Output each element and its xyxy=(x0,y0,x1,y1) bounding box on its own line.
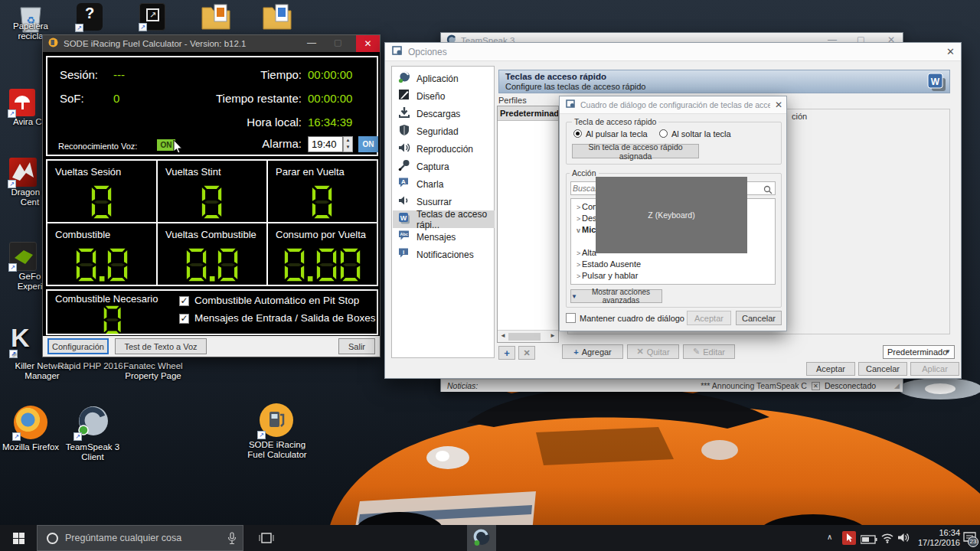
profile-item[interactable]: Predeterminado xyxy=(498,106,558,121)
sidebar-item-descargas[interactable]: Descargas xyxy=(393,105,495,122)
sidebar-item-teclas[interactable]: W Teclas de acceso rápi... xyxy=(393,210,495,228)
wifi-icon[interactable] xyxy=(880,532,894,546)
cell-label: Consumo por Vuelta xyxy=(276,229,366,240)
close-icon[interactable]: ✕ xyxy=(946,46,955,57)
tree-item[interactable]: vMic xyxy=(571,225,596,234)
cancelar-button[interactable]: Cancelar xyxy=(858,362,907,376)
battery-icon[interactable] xyxy=(861,533,877,547)
scroll-right-icon[interactable]: ► xyxy=(550,332,556,339)
hotkey-cancelar-button[interactable]: Cancelar xyxy=(736,311,782,325)
auto-fuel-checkbox[interactable]: ✓ xyxy=(179,296,189,306)
folder-doc-icon-2[interactable] xyxy=(262,2,292,31)
radio-on-release[interactable] xyxy=(659,129,668,138)
svg-text:Abc: Abc xyxy=(400,232,408,236)
tree-item[interactable]: >Con xyxy=(571,202,597,211)
salir-button[interactable]: Salir xyxy=(338,338,375,354)
close-icon[interactable]: ✕ xyxy=(356,35,380,52)
restante-label: Tiempo restante: xyxy=(162,92,302,105)
scroll-thumb[interactable] xyxy=(508,333,541,341)
close-icon[interactable]: ✕ xyxy=(775,99,782,110)
sidebar-item-mensajes[interactable]: Abc Mensajes xyxy=(393,228,495,246)
perfiles-label: Perfiles xyxy=(498,96,527,105)
quitar-button[interactable]: ✕Quitar xyxy=(627,344,679,359)
shortcut-arrow-icon: ↗ xyxy=(257,431,266,439)
sidebar-item-aplicacion[interactable]: Aplicación xyxy=(393,70,495,87)
tray-chevron-icon[interactable]: ∧ xyxy=(827,533,832,541)
tree-item[interactable]: >Alta xyxy=(571,248,596,257)
taskbar: Pregúntame cualquier cosa e S ∧ 16:34 17… xyxy=(0,525,980,551)
test-voz-button[interactable]: Test de Texto a Voz xyxy=(115,338,207,354)
maximize-icon[interactable]: ▢ xyxy=(334,37,341,47)
cell-value-display xyxy=(268,245,377,282)
sode-desktop-icon[interactable]: ↗ xyxy=(259,403,294,438)
start-button[interactable] xyxy=(0,525,37,551)
tray-clock[interactable]: 16:34 17/12/2016 xyxy=(913,528,960,548)
task-view-button[interactable] xyxy=(251,525,282,551)
firefox-desktop-icon[interactable]: ↗ xyxy=(14,406,47,439)
cortana-search-box[interactable]: Pregúntame cualquier cosa xyxy=(37,525,243,551)
microphone-icon xyxy=(398,159,410,174)
fuel-button-strip: Configuración Test de Texto a Voz Salir xyxy=(43,336,380,357)
geforce-experience-icon[interactable]: ↗ xyxy=(9,242,37,271)
teamspeak-desktop-icon[interactable]: ↗ xyxy=(75,404,110,439)
help-app-icon[interactable]: ? ↗ xyxy=(77,3,103,31)
configuracion-button[interactable]: Configuración xyxy=(47,338,109,354)
horizontal-scrollbar[interactable]: ◄ ► xyxy=(498,330,558,342)
fuel-titlebar[interactable]: SODE iRacing Fuel Calculator - Version: … xyxy=(43,35,380,52)
sidebar-item-diseno[interactable]: Diseño xyxy=(393,87,495,105)
tray-red-cursor-icon[interactable] xyxy=(842,531,856,545)
sidebar-item-seguridad[interactable]: Seguridad xyxy=(393,122,495,140)
keep-open-checkbox[interactable] xyxy=(566,313,576,323)
sesion-value: --- xyxy=(113,68,125,81)
opciones-titlebar[interactable]: Opciones ✕ xyxy=(385,43,961,61)
profiles-list[interactable]: Predeterminado ◄ ► xyxy=(497,106,559,343)
agregar-button[interactable]: +Agregar xyxy=(562,344,623,359)
alarma-spinner[interactable]: ▲▼ xyxy=(343,136,353,152)
tree-item[interactable]: >Des xyxy=(571,214,597,223)
taskbar-teamspeak-button[interactable] xyxy=(467,525,496,551)
header-title: Teclas de acceso rápido xyxy=(505,72,606,81)
resize-grip-icon[interactable]: ◢ xyxy=(894,382,900,390)
drag-overlay-text: Z (Keyboard) xyxy=(596,210,747,220)
assign-hotkey-button[interactable]: Sin tecla de acceso rápido asignada xyxy=(572,144,699,158)
tree-item[interactable]: >Estado Ausente xyxy=(571,259,641,269)
shortcut-arrow-icon: ↗ xyxy=(75,24,83,32)
editar-button[interactable]: ✎Editar xyxy=(683,344,735,359)
cell-label: Vueltas Combustible xyxy=(165,229,256,240)
advanced-actions-button[interactable]: ▼Mostrar acciones avanzadas xyxy=(570,289,662,303)
avira-icon[interactable]: ↗ xyxy=(9,89,35,116)
aplicar-button[interactable]: Aplicar xyxy=(910,362,959,376)
hotkey-titlebar[interactable]: Cuadro de diálogo de configuración de te… xyxy=(560,96,786,114)
sidebar-item-captura[interactable]: Captura xyxy=(393,158,495,175)
radio-on-press[interactable] xyxy=(573,129,582,138)
volume-icon[interactable] xyxy=(897,532,910,546)
minimize-icon[interactable]: — xyxy=(307,37,316,48)
alarma-on-button[interactable]: ON xyxy=(358,136,378,152)
announce-close-icon[interactable]: ✕ xyxy=(812,382,820,390)
alarma-input[interactable] xyxy=(308,136,343,152)
action-center-icon[interactable]: 23 xyxy=(963,532,977,547)
radio-on-press-label: Al pulsar la tecla xyxy=(586,129,648,139)
aceptar-button[interactable]: Aceptar xyxy=(806,362,855,376)
profile-dropdown[interactable]: Predeterminado ▼ xyxy=(883,345,955,359)
fuel-calculator-window: SODE iRacing Fuel Calculator - Version: … xyxy=(42,34,381,357)
fanatec-label: Fanatec WheelProperty Page xyxy=(115,361,191,381)
sidebar-item-charla[interactable]: A Charla xyxy=(393,175,495,193)
scroll-left-icon[interactable]: ◄ xyxy=(500,332,506,339)
action-group-label: Acción xyxy=(570,168,599,178)
dragon-center-icon[interactable]: ↗ xyxy=(9,158,37,187)
sidebar-item-notificaciones[interactable]: i Notificaciones xyxy=(393,246,495,263)
folder-doc-icon[interactable] xyxy=(201,2,231,31)
profile-add-button[interactable]: + xyxy=(498,346,515,360)
hotkey-aceptar-button[interactable]: Aceptar xyxy=(687,311,731,325)
pit-messages-checkbox[interactable]: ✓ xyxy=(179,314,189,324)
fuel-grid: Vueltas Sesión Vueltas Stint Parar en Vu… xyxy=(46,159,378,286)
firefox-label: Mozilla Firefox xyxy=(0,442,61,452)
dialog-gear-icon xyxy=(566,98,576,112)
expand-app-icon[interactable]: ↗ ↗ xyxy=(139,3,165,31)
microphone-icon[interactable] xyxy=(227,532,237,548)
profile-delete-button[interactable]: ✕ xyxy=(518,346,535,360)
tree-item[interactable]: >Pulsar y hablar xyxy=(571,271,638,280)
killer-network-icon[interactable]: K ↗ xyxy=(11,323,40,357)
sidebar-item-reproduccion[interactable]: Reproducción xyxy=(393,140,495,158)
